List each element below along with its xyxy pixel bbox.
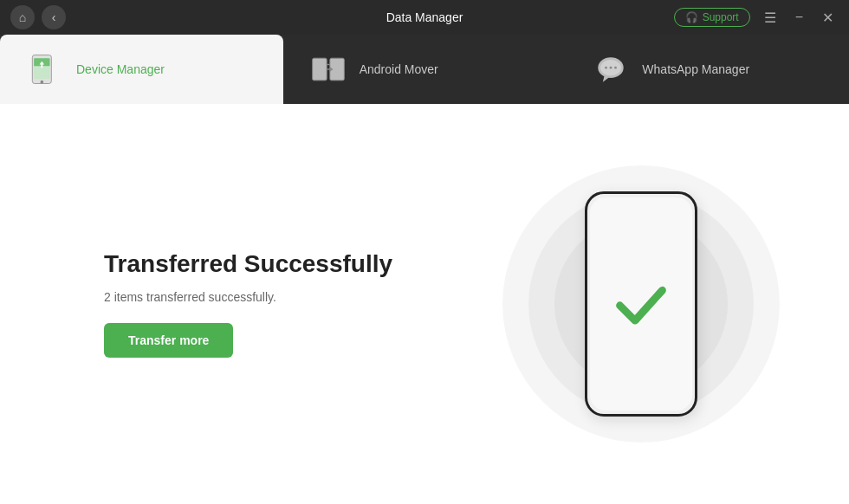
tab-whatsapp-manager-label: WhatsApp Manager [642,62,749,76]
circles-background [502,165,780,443]
whatsapp-manager-icon [590,48,632,90]
svg-rect-5 [312,58,327,81]
success-subtitle: 2 items transferred successfully. [104,290,392,304]
back-icon: ‹ [52,10,56,24]
success-title: Transferred Successfully [104,250,392,278]
tab-android-mover[interactable]: Android Mover [283,35,567,104]
menu-icon: ☰ [764,10,776,25]
transfer-more-button[interactable]: Transfer more [104,323,233,358]
android-mover-icon [308,48,349,90]
titlebar-left: ⌂ ‹ [10,5,66,29]
menu-button[interactable]: ☰ [759,8,781,28]
svg-point-2 [41,81,44,84]
tabbar: Device Manager Android Mover [0,35,849,104]
tab-android-mover-label: Android Mover [360,62,438,76]
success-section: Transferred Successfully 2 items transfe… [0,250,392,358]
titlebar-right: 🎧 Support ☰ − ✕ [674,8,839,28]
svg-point-14 [610,67,612,69]
support-button[interactable]: 🎧 Support [674,8,750,27]
device-manager-icon [24,48,66,90]
minimize-icon: − [795,10,803,24]
app-title: Data Manager [386,10,463,24]
support-label: Support [703,11,739,23]
tab-device-manager[interactable]: Device Manager [0,35,283,104]
tab-device-manager-label: Device Manager [76,62,165,76]
tab-whatsapp-manager[interactable]: WhatsApp Manager [566,35,849,104]
svg-point-15 [614,67,617,69]
headphone-icon: 🎧 [685,11,698,23]
phone-mockup [585,191,697,417]
phone-illustration [502,165,780,443]
close-button[interactable]: ✕ [817,8,839,28]
close-icon: ✕ [822,10,833,25]
svg-point-13 [605,67,607,69]
main-content: Transferred Successfully 2 items transfe… [0,104,849,504]
titlebar: ⌂ ‹ Data Manager 🎧 Support ☰ − ✕ [0,0,849,35]
back-button[interactable]: ‹ [42,5,66,29]
home-button[interactable]: ⌂ [10,5,35,29]
home-icon: ⌂ [19,10,26,24]
checkmark-icon [611,274,671,334]
minimize-button[interactable]: − [790,8,808,27]
phone-screen [590,197,692,410]
